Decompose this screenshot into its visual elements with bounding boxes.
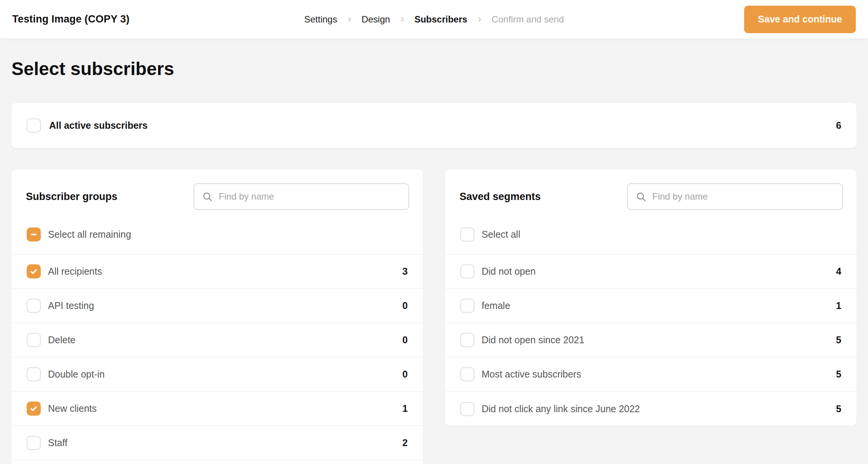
groups-select-all-label: Select all remaining: [48, 229, 131, 240]
breadcrumb-step-subscribers[interactable]: Subscribers: [415, 14, 468, 25]
segment-row[interactable]: Most active subscribers 5: [445, 357, 857, 392]
group-label: Double opt-in: [48, 369, 105, 380]
group-count: 3: [402, 266, 408, 277]
group-checkbox[interactable]: [27, 436, 41, 450]
group-checkbox[interactable]: [27, 402, 41, 416]
segment-label: Did not open since 2021: [482, 334, 585, 346]
saved-segments-title: Saved segments: [460, 191, 541, 203]
subscriber-groups-card: Subscriber groups Select all remaining: [11, 170, 423, 464]
breadcrumb: Settings › Design › Subscribers › Confir…: [304, 14, 564, 25]
group-row[interactable]: All recipients 3: [11, 254, 423, 289]
chevron-right-icon: ›: [348, 13, 351, 24]
group-row[interactable]: Delete 0: [11, 323, 423, 357]
group-label: New clients: [48, 403, 97, 414]
segment-label: Did not click any link since June 2022: [482, 403, 640, 414]
segment-count: 1: [836, 300, 841, 311]
group-count: 0: [402, 369, 408, 380]
group-label: Delete: [48, 334, 75, 346]
all-active-subscribers-count: 6: [836, 120, 841, 131]
segment-row[interactable]: female 1: [445, 289, 857, 323]
segment-checkbox[interactable]: [460, 402, 474, 416]
all-active-subscribers-checkbox[interactable]: [27, 118, 41, 133]
subscriber-groups-title: Subscriber groups: [26, 191, 117, 203]
search-icon: [202, 191, 213, 202]
group-checkbox[interactable]: [27, 367, 41, 381]
segment-checkbox[interactable]: [460, 264, 474, 278]
segment-checkbox[interactable]: [460, 367, 474, 381]
group-count: 1: [402, 403, 408, 414]
segment-count: 5: [836, 369, 841, 380]
segments-select-all-checkbox[interactable]: [460, 227, 474, 242]
segments-list: Did not open 4 female 1 Did: [445, 254, 857, 426]
segment-row[interactable]: Did not open since 2021 5: [445, 323, 857, 357]
segments-select-all-label: Select all: [482, 229, 520, 240]
segment-row[interactable]: Did not click any link since June 2022 5: [445, 392, 857, 426]
search-icon: [636, 191, 647, 202]
main-content: Select subscribers All active subscriber…: [0, 58, 868, 464]
all-active-subscribers-card: All active subscribers 6: [11, 103, 857, 148]
breadcrumb-step-design[interactable]: Design: [362, 14, 390, 25]
breadcrumb-step-settings[interactable]: Settings: [304, 14, 337, 25]
segment-count: 5: [836, 403, 841, 414]
group-count: 2: [402, 437, 408, 448]
group-checkbox[interactable]: [27, 264, 41, 278]
topbar: Testing Image (COPY 3) Settings › Design…: [0, 0, 868, 38]
group-row[interactable]: Staff 2: [11, 426, 423, 460]
groups-list: All recipients 3 API testing 0: [11, 254, 423, 460]
segment-label: female: [482, 300, 510, 311]
saved-segments-card: Saved segments Select all: [445, 170, 857, 426]
chevron-right-icon: ›: [400, 13, 404, 24]
all-active-subscribers-label: All active subscribers: [49, 120, 147, 131]
group-label: Staff: [48, 437, 67, 448]
segment-count: 5: [836, 334, 841, 346]
segment-checkbox[interactable]: [460, 333, 474, 347]
group-checkbox[interactable]: [27, 299, 41, 313]
segments-select-all-row[interactable]: Select all: [445, 214, 857, 254]
segment-label: Most active subscribers: [482, 369, 581, 380]
segment-label: Did not open: [482, 266, 536, 277]
group-label: All recipients: [48, 266, 102, 277]
group-label: API testing: [48, 300, 94, 311]
segment-count: 4: [836, 266, 841, 277]
group-count: 0: [402, 334, 408, 346]
group-count: 0: [402, 300, 408, 311]
groups-search-input[interactable]: [219, 191, 401, 202]
group-checkbox[interactable]: [27, 333, 41, 347]
group-row[interactable]: Double opt-in 0: [11, 357, 423, 392]
chevron-right-icon: ›: [477, 13, 481, 24]
segments-search[interactable]: [627, 183, 843, 210]
save-and-continue-button[interactable]: Save and continue: [744, 6, 856, 33]
groups-select-all-checkbox[interactable]: [27, 227, 41, 242]
segment-row[interactable]: Did not open 4: [445, 254, 857, 289]
group-row[interactable]: API testing 0: [11, 289, 423, 323]
page-title: Select subscribers: [11, 58, 857, 79]
groups-search[interactable]: [194, 183, 409, 210]
segments-search-input[interactable]: [652, 191, 834, 202]
campaign-title: Testing Image (COPY 3): [12, 13, 130, 25]
breadcrumb-step-confirm: Confirm and send: [492, 14, 564, 25]
group-row[interactable]: New clients 1: [11, 392, 423, 426]
segment-checkbox[interactable]: [460, 299, 474, 313]
groups-select-all-row[interactable]: Select all remaining: [11, 214, 423, 254]
